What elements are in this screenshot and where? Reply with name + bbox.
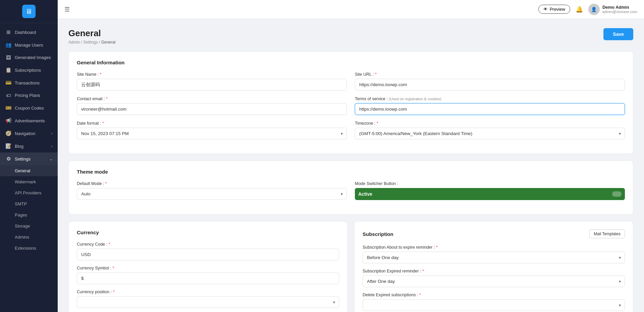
app-logo-icon: 🖥 <box>22 5 36 18</box>
avatar: 👤 <box>588 4 600 15</box>
sidebar-nav: ⊞ Dashboard 👥 Manage Users 🖼 Generated I… <box>0 23 58 256</box>
coupon-icon: 🎫 <box>5 105 11 111</box>
date-format-select[interactable]: Nov 15, 2023 07:15 PM <box>77 128 347 139</box>
sidebar-sub-label: Watermark <box>15 179 36 184</box>
sidebar-sub-label: General <box>15 168 30 173</box>
delete-expired-select[interactable] <box>363 299 625 311</box>
eye-icon: 👁 <box>543 7 548 12</box>
currency-position-group: Currency position : * <box>77 290 339 308</box>
mode-switcher-label: Mode Switcher Button : <box>355 181 625 186</box>
user-info: 👤 Demo Admin admin@vironeer.com <box>588 4 637 15</box>
sidebar-item-label: Settings <box>15 157 31 162</box>
sidebar-sub-label: SMTP <box>15 201 27 206</box>
save-button[interactable]: Save <box>603 28 633 40</box>
sidebar-item-settings[interactable]: ⚙ Settings ⌄ <box>0 152 58 165</box>
site-url-input[interactable] <box>355 79 625 90</box>
sidebar-item-label: Blog <box>15 144 23 149</box>
mail-templates-button[interactable]: Mail Templates <box>589 230 625 238</box>
sidebar-item-manage-users[interactable]: 👥 Manage Users <box>0 39 58 51</box>
sidebar-sub-label: Extensions <box>15 246 36 251</box>
currency-position-label: Currency position : * <box>77 290 339 294</box>
default-mode-select[interactable]: Auto <box>77 188 347 200</box>
general-info-card: General Information Site Name : * Site U… <box>68 51 633 154</box>
currency-code-input[interactable] <box>77 249 339 260</box>
theme-mode-card: Theme mode Default Mode : * Auto Mode Sw… <box>68 161 633 214</box>
contact-email-label: Contact email : * <box>77 97 347 101</box>
sidebar-sub-item-pages[interactable]: Pages <box>0 209 58 221</box>
tos-input[interactable] <box>355 103 625 115</box>
content-area: General Admin / Settings / General Save … <box>58 19 644 312</box>
default-mode-label: Default Mode : * <box>77 181 347 186</box>
sidebar-sub-label: Storage <box>15 224 30 229</box>
currency-code-label: Currency Code : * <box>77 242 339 247</box>
header: ☰ 👁 Preview 🔔 👤 Demo Admin admin@vironee… <box>58 0 644 19</box>
form-row-3: Date format : * Nov 15, 2023 07:15 PM Ti… <box>77 121 625 139</box>
expire-reminder-select[interactable]: Before One day <box>363 252 625 263</box>
currency-position-select[interactable] <box>77 296 339 308</box>
date-format-label: Date format : * <box>77 121 347 126</box>
expired-reminder-group: Subscription Expired reminder : * After … <box>363 269 625 287</box>
sidebar-sub-item-smtp[interactable]: SMTP <box>0 198 58 209</box>
active-label: Active <box>358 191 372 197</box>
contact-email-input[interactable] <box>77 103 347 115</box>
general-info-section-title: General Information <box>77 60 625 65</box>
blog-icon: 📝 <box>5 143 11 149</box>
breadcrumb-admin: Admin <box>68 40 80 45</box>
sidebar-item-advertisements[interactable]: 📢 Advertisements <box>0 114 58 127</box>
expired-reminder-select[interactable]: After One day <box>363 275 625 287</box>
site-name-input[interactable] <box>77 79 347 90</box>
sidebar-item-navigation[interactable]: 🧭 Navigation › <box>0 127 58 140</box>
sidebar-sub-item-admins[interactable]: Admins <box>0 232 58 243</box>
dashboard-icon: ⊞ <box>5 29 11 35</box>
sidebar-item-pricing-plans[interactable]: 🏷 Pricing Plans <box>0 89 58 102</box>
sidebar-sub-item-extensions[interactable]: Extensions <box>0 243 58 254</box>
main-wrapper: ☰ 👁 Preview 🔔 👤 Demo Admin admin@vironee… <box>58 0 644 312</box>
default-mode-group: Default Mode : * Auto <box>77 181 347 200</box>
user-text: Demo Admin admin@vironeer.com <box>602 5 637 14</box>
site-url-label: Site URL : * <box>355 72 625 77</box>
sidebar-sub-item-watermark[interactable]: Watermark <box>0 176 58 187</box>
preview-label: Preview <box>550 7 565 12</box>
user-name: Demo Admin <box>602 5 637 10</box>
timezone-select[interactable]: (GMT-5:00) America/New_York (Eastern Sta… <box>355 128 625 139</box>
sidebar-item-coupon-codes[interactable]: 🎫 Coupon Codes <box>0 102 58 114</box>
sidebar-logo: 🖥 <box>0 0 58 23</box>
sidebar-sub-item-api-providers[interactable]: API Providers <box>0 187 58 198</box>
ads-icon: 📢 <box>5 118 11 124</box>
theme-form-row: Default Mode : * Auto Mode Switcher Butt… <box>77 181 625 200</box>
timezone-select-wrapper: (GMT-5:00) America/New_York (Eastern Sta… <box>355 128 625 139</box>
sidebar-sub-item-storage[interactable]: Storage <box>0 221 58 232</box>
sidebar-item-label: Manage Users <box>15 43 43 48</box>
expire-reminder-label: Subscription About to expire reminder : … <box>363 245 625 250</box>
sidebar-item-label: Pricing Plans <box>15 93 40 98</box>
pricing-icon: 🏷 <box>5 92 11 98</box>
delete-expired-select-wrapper <box>363 299 625 311</box>
sidebar-sub-item-general[interactable]: General <box>0 165 58 176</box>
mode-switcher-group: Mode Switcher Button : Active <box>355 181 625 200</box>
subscription-section-title: Subscription <box>363 231 393 237</box>
notification-icon[interactable]: 🔔 <box>576 6 583 13</box>
default-mode-select-wrapper: Auto <box>77 188 347 200</box>
sidebar-item-generated-images[interactable]: 🖼 Generated Images <box>0 51 58 64</box>
transactions-icon: 💳 <box>5 80 11 86</box>
currency-symbol-input[interactable] <box>77 272 339 284</box>
form-row-1: Site Name : * Site URL : * <box>77 72 625 90</box>
header-right: 👁 Preview 🔔 👤 Demo Admin admin@vironeer.… <box>538 4 637 15</box>
timezone-label: Timezone : * <box>355 121 625 126</box>
active-toggle-button[interactable]: Active <box>355 188 625 200</box>
sidebar-item-dashboard[interactable]: ⊞ Dashboard <box>0 26 58 39</box>
chevron-down-icon: ⌄ <box>50 157 52 161</box>
sidebar-item-subscriptions[interactable]: 📋 Subscriptions <box>0 64 58 76</box>
expire-reminder-select-wrapper: Before One day <box>363 252 625 263</box>
preview-button[interactable]: 👁 Preview <box>538 5 570 14</box>
navigation-icon: 🧭 <box>5 130 11 136</box>
sidebar: 🖥 ⊞ Dashboard 👥 Manage Users 🖼 Generated… <box>0 0 58 312</box>
page-title: General <box>68 28 115 39</box>
sidebar-item-blog[interactable]: 📝 Blog › <box>0 140 58 152</box>
hamburger-button[interactable]: ☰ <box>64 6 70 13</box>
sidebar-sub-label: API Providers <box>15 190 41 195</box>
currency-section-title: Currency <box>77 230 339 235</box>
currency-symbol-label: Currency Symbol : * <box>77 266 339 270</box>
sidebar-item-transactions[interactable]: 💳 Transactions <box>0 76 58 89</box>
user-email: admin@vironeer.com <box>602 10 637 14</box>
